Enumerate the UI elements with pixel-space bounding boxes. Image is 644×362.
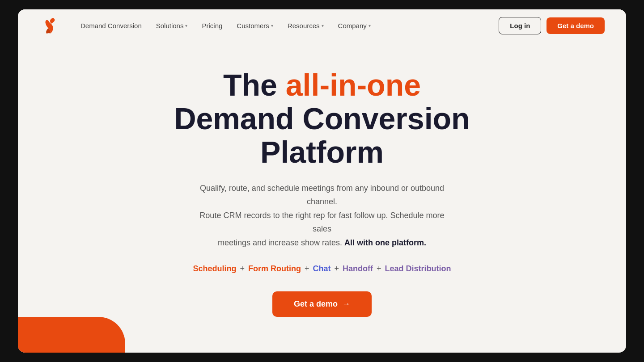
- browser-window: Demand Conversion Solutions ▾ Pricing Cu…: [18, 9, 626, 352]
- bottom-decoration: [18, 317, 125, 353]
- logo-icon: [39, 16, 59, 35]
- hero-section: The all-in-one Demand Conversion Platfor…: [18, 42, 626, 352]
- separator-1: +: [240, 264, 245, 274]
- nav-pricing[interactable]: Pricing: [202, 22, 222, 29]
- pill-scheduling: Scheduling: [193, 264, 236, 274]
- nav-links: Demand Conversion Solutions ▾ Pricing Cu…: [80, 22, 499, 29]
- pill-chat: Chat: [313, 264, 331, 274]
- nav-actions: Log in Get a demo: [499, 17, 605, 34]
- nav-customers[interactable]: Customers ▾: [237, 22, 273, 29]
- hero-subtitle: Qualify, route, and schedule meetings fr…: [192, 181, 452, 250]
- feature-pills: Scheduling + Form Routing + Chat + Hando…: [193, 264, 451, 274]
- get-demo-nav-button[interactable]: Get a demo: [547, 17, 605, 34]
- navbar: Demand Conversion Solutions ▾ Pricing Cu…: [18, 9, 626, 42]
- chevron-down-icon: ▾: [369, 23, 371, 28]
- hero-title: The all-in-one Demand Conversion Platfor…: [121, 68, 523, 168]
- login-button[interactable]: Log in: [499, 17, 541, 34]
- separator-4: +: [377, 264, 381, 274]
- chevron-down-icon: ▾: [185, 23, 187, 28]
- nav-company[interactable]: Company ▾: [338, 22, 371, 29]
- nav-demand-conversion[interactable]: Demand Conversion: [80, 22, 142, 29]
- pill-handoff: Handoff: [343, 264, 373, 274]
- logo[interactable]: [39, 16, 59, 35]
- chevron-down-icon: ▾: [322, 23, 324, 28]
- nav-resources[interactable]: Resources ▾: [288, 22, 324, 29]
- chevron-down-icon: ▾: [271, 23, 273, 28]
- nav-solutions[interactable]: Solutions ▾: [156, 22, 188, 29]
- pill-lead-distribution: Lead Distribution: [385, 264, 451, 274]
- get-demo-hero-button[interactable]: Get a demo →: [272, 291, 372, 317]
- separator-2: +: [305, 264, 309, 274]
- separator-3: +: [335, 264, 339, 274]
- pill-form-routing: Form Routing: [248, 264, 301, 274]
